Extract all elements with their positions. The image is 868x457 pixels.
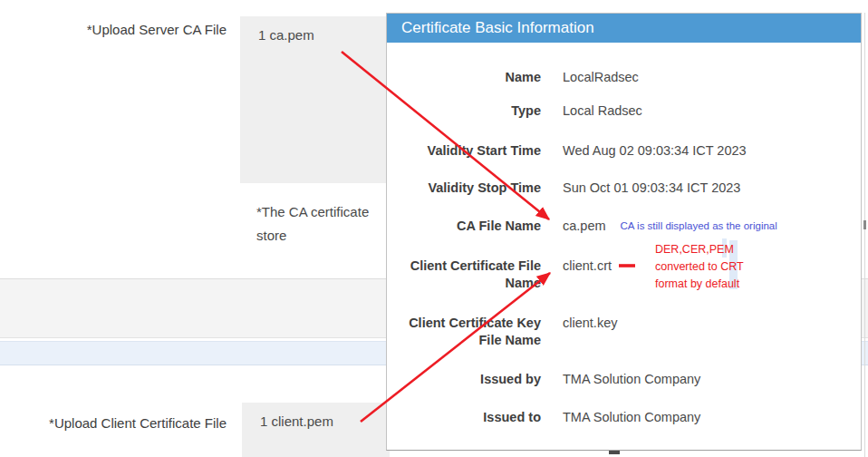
panel-title: Certificate Basic Information [387, 14, 861, 43]
row-value: ca.pem [563, 218, 606, 235]
resize-handle-mark [609, 451, 620, 454]
row-value: client.crt [563, 258, 612, 275]
crt-conversion-annotation: DER,CER,PEM converted to CRT format by d… [655, 241, 744, 293]
server-ca-file-chip[interactable]: 1 ca.pem [258, 27, 314, 43]
client-cert-dropzone[interactable]: 1 client.pem [242, 403, 390, 457]
row-value: TMA Solution Company [563, 409, 700, 426]
row-label: Validity Start Time [387, 142, 541, 160]
client-cert-file-chip[interactable]: 1 client.pem [260, 413, 333, 429]
row-value: Sun Oct 01 09:03:34 ICT 2023 [563, 180, 740, 197]
info-row-issued-by: Issued by TMA Solution Company [387, 371, 861, 388]
row-label: CA File Name [387, 218, 541, 235]
upload-server-ca-label: *Upload Server CA File [0, 22, 227, 37]
info-row-issued-to: Issued to TMA Solution Company [387, 409, 861, 426]
ca-certificate-note: *The CA certificate store [256, 200, 401, 248]
info-row-ca-file-name: CA File Name ca.pem CA is still displaye… [387, 218, 861, 235]
row-label: Client Certificate File Name [387, 258, 541, 292]
info-row-type: Type Local Radsec [387, 102, 861, 120]
row-value: client.key [563, 315, 617, 332]
info-row-validity-stop: Validity Stop Time Sun Oct 01 09:03:34 I… [387, 180, 861, 197]
row-label: Client Certificate Key File Name [387, 315, 541, 349]
row-label: Validity Stop Time [387, 180, 541, 197]
certificate-upload-screen: *Upload Server CA File 1 ca.pem *The CA … [0, 0, 868, 457]
row-value: Local Radsec [563, 102, 642, 120]
row-value: LocalRadsec [563, 69, 639, 86]
info-row-validity-start: Validity Start Time Wed Aug 02 09:03:34 … [387, 142, 861, 160]
ca-displayed-note: CA is still displayed as the original [621, 218, 777, 235]
row-value: TMA Solution Company [563, 371, 700, 388]
info-row-name: Name LocalRadsec [387, 69, 861, 86]
server-ca-dropzone[interactable]: 1 ca.pem [240, 16, 390, 183]
info-row-client-cert-file: Client Certificate File Name client.crt [387, 258, 861, 292]
scrollbar-tick [863, 220, 866, 229]
window-right-edge [864, 13, 865, 457]
row-value: Wed Aug 02 09:03:34 ICT 2023 [563, 142, 747, 160]
row-label: Issued by [387, 371, 541, 388]
row-label: Name [387, 69, 541, 86]
row-label: Issued to [387, 409, 541, 426]
row-label: Type [387, 102, 541, 120]
upload-client-cert-label: *Upload Client Certificate File [0, 415, 227, 431]
certificate-info-panel: Certificate Basic Information Name Local… [386, 13, 862, 451]
info-row-client-cert-key: Client Certificate Key File Name client.… [387, 315, 861, 349]
